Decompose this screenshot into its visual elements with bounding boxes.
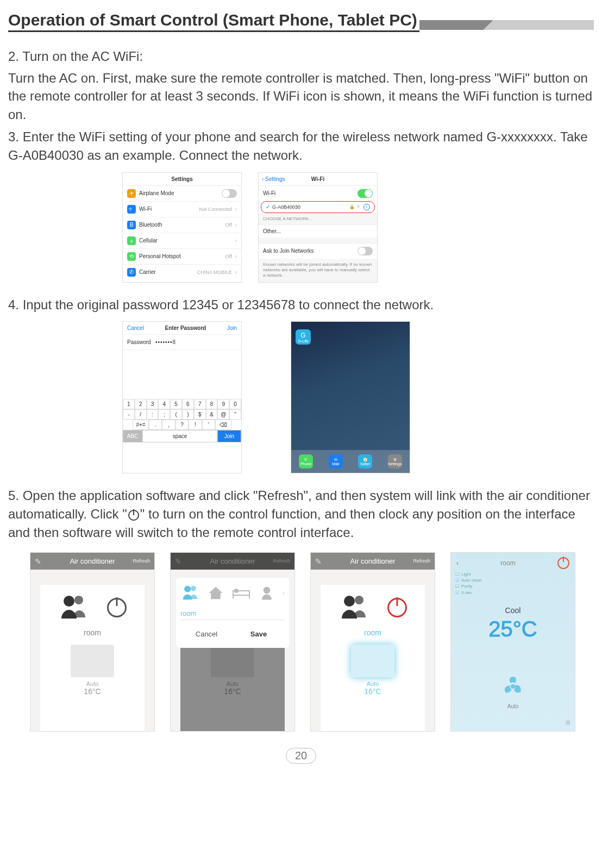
scene-overlay: › room Cancel Save bbox=[176, 578, 289, 648]
kbd-key[interactable]: 2 bbox=[135, 399, 147, 409]
kbd-key[interactable]: ( bbox=[170, 409, 182, 420]
section-title: Operation of Smart Control (Smart Phone,… bbox=[8, 11, 419, 32]
settings-row-hotspot[interactable]: ⟲ Personal Hotspot Off › bbox=[123, 248, 241, 264]
settings-row-carrier[interactable]: ✆ Carrier CHINA MOBILE › bbox=[123, 264, 241, 280]
kbd-key[interactable]: , bbox=[162, 420, 175, 430]
settings-row-bluetooth[interactable]: B Bluetooth Off › bbox=[123, 217, 241, 233]
kbd-key[interactable]: ' bbox=[202, 420, 215, 430]
ask-toggle[interactable] bbox=[358, 247, 373, 255]
kbd-key[interactable]: 8 bbox=[206, 399, 218, 409]
kbd-key[interactable]: ) bbox=[182, 409, 194, 420]
power-button[interactable] bbox=[107, 598, 127, 617]
title-decoration bbox=[419, 20, 594, 30]
kbd-abc[interactable]: ABC bbox=[123, 430, 142, 442]
kbd-key[interactable]: : bbox=[147, 409, 159, 420]
overlay-girl-icon[interactable] bbox=[257, 583, 276, 603]
password-phone: Cancel Enter Password Join Password ••••… bbox=[122, 321, 242, 473]
kbd-key[interactable]: ? bbox=[175, 420, 189, 430]
device-card[interactable]: room Auto 16°C bbox=[40, 585, 145, 731]
wifi-phone: ‹ Settings Wi-Fi Wi-Fi ✓ G-A0B40030 🔒 ᯤ … bbox=[258, 172, 378, 283]
wifi-selected-network[interactable]: ✓ G-A0B40030 🔒 ᯤ i bbox=[261, 201, 375, 213]
cancel-button[interactable]: Cancel bbox=[127, 325, 144, 331]
refresh-button[interactable]: Refresh bbox=[133, 558, 150, 564]
overlay-save-button[interactable]: Save bbox=[233, 626, 285, 642]
dock-safari-icon[interactable]: 🧭Safari bbox=[358, 454, 372, 469]
room-power-button[interactable] bbox=[557, 557, 569, 569]
settings-phone: Settings ✈ Airplane Mode ᯤ Wi-Fi Not Con… bbox=[122, 172, 242, 283]
screenshots-row-settings: Settings ✈ Airplane Mode ᯤ Wi-Fi Not Con… bbox=[122, 172, 594, 283]
kbd-key[interactable]: / bbox=[135, 409, 147, 420]
step-2-heading: 2. Turn on the AC WiFi: bbox=[8, 47, 594, 66]
settings-title: Settings bbox=[123, 173, 241, 185]
kbd-key[interactable]: 3 bbox=[147, 399, 159, 409]
kbd-key[interactable]: 0 bbox=[229, 399, 241, 409]
kbd-row-3: #+=.,?!'⌫ bbox=[123, 420, 241, 430]
power-button-on[interactable] bbox=[387, 598, 407, 617]
glife-app-icon[interactable]: G G-Life bbox=[296, 329, 311, 345]
wifi-toggle-row[interactable]: Wi-Fi bbox=[259, 185, 377, 201]
back-chevron-icon[interactable]: ‹ bbox=[456, 559, 459, 567]
dock: ✆Phone ✉Mail 🧭Safari ⚙Settings bbox=[291, 450, 410, 473]
kbd-space[interactable]: space bbox=[142, 430, 217, 442]
wifi-toggle[interactable] bbox=[358, 189, 373, 198]
back-button[interactable]: ‹ Settings bbox=[262, 176, 285, 182]
people-icon bbox=[338, 592, 369, 623]
mode-list: ☐Light ☑Auto clean ☐Purify ☑X-fan bbox=[455, 571, 482, 596]
join-button[interactable]: Join bbox=[227, 325, 237, 331]
kbd-key[interactable]: 6 bbox=[182, 399, 194, 409]
kbd-key[interactable]: #+= bbox=[133, 420, 149, 430]
app-screen-overlay: ✎ Air conditioner Refresh room Auto 16°C bbox=[170, 552, 295, 732]
room-input[interactable]: room bbox=[180, 607, 285, 620]
cellular-icon: ⏚ bbox=[127, 236, 136, 245]
kbd-key[interactable]: @ bbox=[217, 409, 229, 420]
overlay-bed-icon[interactable] bbox=[231, 583, 250, 603]
edit-icon[interactable]: ✎ bbox=[175, 557, 181, 566]
kbd-join[interactable]: Join bbox=[217, 430, 241, 442]
checkmark-icon: ✓ bbox=[266, 204, 270, 210]
edit-icon[interactable]: ✎ bbox=[315, 557, 322, 566]
kbd-key[interactable]: 1 bbox=[123, 399, 135, 409]
dock-mail-icon[interactable]: ✉Mail bbox=[329, 454, 343, 469]
password-input[interactable]: •••••••8 bbox=[155, 339, 176, 345]
settings-row-airplane[interactable]: ✈ Airplane Mode bbox=[123, 185, 241, 201]
dock-phone-icon[interactable]: ✆Phone bbox=[299, 454, 313, 469]
kbd-key[interactable]: & bbox=[206, 409, 218, 420]
kbd-key[interactable]: $ bbox=[194, 409, 206, 420]
kbd-key[interactable]: ⌫ bbox=[215, 420, 231, 430]
room-control-screen: ‹ room ☐Light ☑Auto clean ☐Purify ☑X-fan… bbox=[450, 552, 575, 732]
overlay-people-icon[interactable] bbox=[180, 583, 199, 603]
wifi-other[interactable]: Other... bbox=[259, 224, 377, 238]
airplane-toggle[interactable] bbox=[222, 189, 237, 198]
step-5: 5. Open the application software and cli… bbox=[8, 486, 594, 541]
settings-row-wifi[interactable]: ᯤ Wi-Fi Not Connected › bbox=[123, 201, 241, 217]
settings-row-cellular[interactable]: ⏚ Cellular › bbox=[123, 233, 241, 248]
svg-point-12 bbox=[511, 684, 515, 689]
svg-point-4 bbox=[191, 586, 196, 591]
ask-to-join-row[interactable]: Ask to Join Networks bbox=[259, 243, 377, 259]
app-title: Air conditioner bbox=[70, 557, 115, 565]
overlay-cancel-button[interactable]: Cancel bbox=[180, 626, 233, 642]
dock-settings-icon[interactable]: ⚙Settings bbox=[388, 454, 402, 469]
wifi-note: Known networks will be joined automatica… bbox=[259, 259, 377, 282]
kbd-key[interactable]: 5 bbox=[170, 399, 182, 409]
svg-point-10 bbox=[344, 596, 355, 607]
overlay-home-icon[interactable] bbox=[206, 583, 225, 603]
kbd-key[interactable]: ! bbox=[189, 420, 202, 430]
screenshots-row-app: ✎ Air conditioner Refresh room Auto 16°C… bbox=[30, 552, 594, 732]
info-icon[interactable]: i bbox=[363, 204, 370, 210]
menu-icon[interactable]: ≡ bbox=[566, 718, 570, 728]
kbd-key[interactable]: " bbox=[229, 409, 241, 420]
kbd-key[interactable]: ; bbox=[158, 409, 170, 420]
kbd-key[interactable]: 7 bbox=[194, 399, 206, 409]
fan-icon[interactable] bbox=[501, 675, 525, 698]
page-number: 20 bbox=[286, 748, 316, 764]
svg-point-11 bbox=[355, 596, 363, 604]
kbd-key[interactable]: . bbox=[149, 420, 162, 430]
kbd-key[interactable]: - bbox=[123, 409, 135, 420]
kbd-key[interactable]: 9 bbox=[217, 399, 229, 409]
overlay-more-icon[interactable]: › bbox=[283, 590, 285, 596]
kbd-row-1: 1234567890 bbox=[123, 399, 241, 409]
kbd-key[interactable]: 4 bbox=[158, 399, 170, 409]
home-screen-phone: G G-Life ✆Phone ✉Mail 🧭Safari ⚙Settings bbox=[291, 321, 410, 473]
edit-icon[interactable]: ✎ bbox=[35, 557, 41, 566]
